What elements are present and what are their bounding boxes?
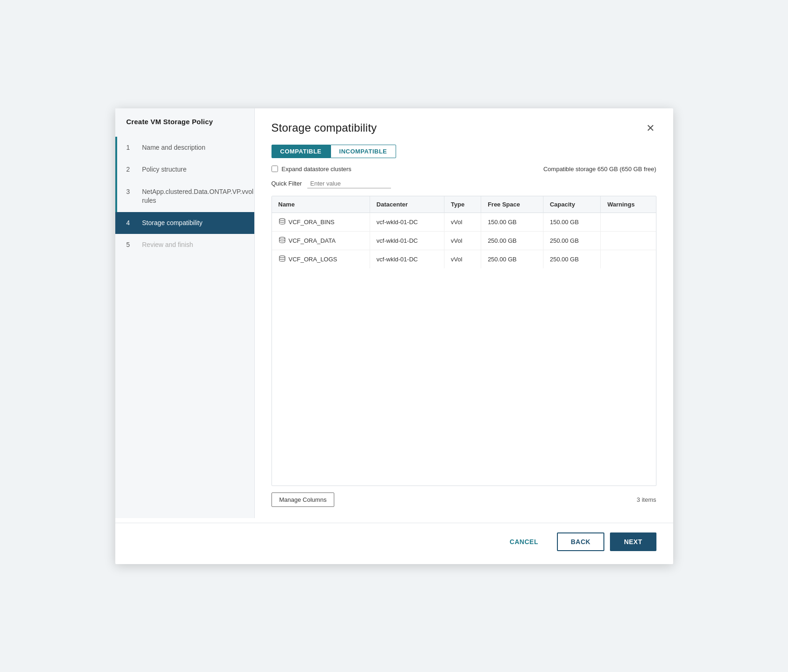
table-footer: Manage Columns 3 items bbox=[271, 491, 656, 509]
table-header-row: Name Datacenter Type Free Space Capacity… bbox=[272, 196, 656, 213]
cell-capacity: 250.00 GB bbox=[543, 231, 601, 250]
col-header-free-space: Free Space bbox=[481, 196, 543, 213]
cell-free-space: 250.00 GB bbox=[481, 231, 543, 250]
step-number-3: 3 bbox=[126, 188, 138, 195]
cell-free-space: 250.00 GB bbox=[481, 250, 543, 268]
step-item-3[interactable]: 3 NetApp.clustered.Data.ONTAP.VP.vvol ru… bbox=[115, 181, 254, 212]
section-title: Storage compatibility bbox=[271, 121, 377, 134]
cell-name: VCF_ORA_DATA bbox=[272, 231, 370, 250]
step-item-5: 5 Review and finish bbox=[115, 234, 254, 256]
step-item-4[interactable]: 4 Storage compatibility bbox=[115, 212, 254, 234]
expand-datastore-checkbox-label[interactable]: Expand datastore clusters bbox=[271, 166, 351, 173]
cancel-button[interactable]: CANCEL bbox=[497, 532, 551, 551]
expand-datastore-label: Expand datastore clusters bbox=[282, 166, 351, 173]
create-vm-storage-policy-modal: Create VM Storage Policy 1 Name and desc… bbox=[115, 108, 673, 564]
database-icon bbox=[278, 255, 286, 264]
step-label-2: Policy structure bbox=[142, 165, 187, 174]
step-number-4: 4 bbox=[126, 219, 138, 226]
storage-table-container: Name Datacenter Type Free Space Capacity… bbox=[271, 196, 656, 486]
col-header-name: Name bbox=[272, 196, 370, 213]
step-label-4: Storage compatibility bbox=[142, 219, 203, 228]
storage-table: Name Datacenter Type Free Space Capacity… bbox=[272, 196, 656, 268]
step-list: 1 Name and description 2 Policy structur… bbox=[115, 137, 254, 257]
cell-name: VCF_ORA_LOGS bbox=[272, 250, 370, 268]
cell-warnings bbox=[601, 250, 656, 268]
quick-filter-label: Quick Filter bbox=[271, 180, 302, 187]
modal-footer: CANCEL BACK NEXT bbox=[115, 523, 673, 564]
cell-warnings bbox=[601, 231, 656, 250]
cell-warnings bbox=[601, 213, 656, 231]
step-number-1: 1 bbox=[126, 144, 138, 151]
step-number-2: 2 bbox=[126, 166, 138, 173]
content-area: Storage compatibility ✕ COMPATIBLE INCOM… bbox=[255, 108, 673, 518]
step-item-2[interactable]: 2 Policy structure bbox=[115, 159, 254, 181]
close-button[interactable]: ✕ bbox=[644, 121, 656, 135]
back-button[interactable]: BACK bbox=[557, 532, 604, 551]
quick-filter-row: Quick Filter bbox=[271, 179, 656, 188]
col-header-type: Type bbox=[444, 196, 481, 213]
cell-type: vVol bbox=[444, 213, 481, 231]
compatible-storage-text: Compatible storage 650 GB (650 GB free) bbox=[543, 166, 656, 173]
tab-row: COMPATIBLE INCOMPATIBLE bbox=[271, 145, 656, 158]
table-row[interactable]: VCF_ORA_DATA vcf-wkld-01-DC vVol 250.00 … bbox=[272, 231, 656, 250]
cell-type: vVol bbox=[444, 250, 481, 268]
filter-compat-row: Expand datastore clusters Compatible sto… bbox=[271, 166, 656, 173]
step-label-3: NetApp.clustered.Data.ONTAP.VP.vvol rule… bbox=[142, 187, 254, 206]
cell-free-space: 150.00 GB bbox=[481, 213, 543, 231]
items-count: 3 items bbox=[637, 496, 656, 503]
expand-datastore-checkbox[interactable] bbox=[271, 166, 278, 172]
next-button[interactable]: NEXT bbox=[610, 532, 656, 551]
table-row[interactable]: VCF_ORA_BINS vcf-wkld-01-DC vVol 150.00 … bbox=[272, 213, 656, 231]
cell-datacenter: vcf-wkld-01-DC bbox=[370, 250, 444, 268]
col-header-capacity: Capacity bbox=[543, 196, 601, 213]
tab-incompatible[interactable]: INCOMPATIBLE bbox=[331, 145, 396, 158]
quick-filter-input[interactable] bbox=[307, 179, 391, 188]
tab-compatible[interactable]: COMPATIBLE bbox=[271, 145, 331, 158]
database-icon bbox=[278, 236, 286, 245]
cell-capacity: 250.00 GB bbox=[543, 250, 601, 268]
sidebar-title: Create VM Storage Policy bbox=[115, 118, 254, 137]
cell-datacenter: vcf-wkld-01-DC bbox=[370, 231, 444, 250]
step-item-1[interactable]: 1 Name and description bbox=[115, 137, 254, 159]
manage-columns-button[interactable]: Manage Columns bbox=[271, 492, 335, 507]
step-label-1: Name and description bbox=[142, 143, 205, 153]
database-icon bbox=[278, 218, 286, 226]
cell-datacenter: vcf-wkld-01-DC bbox=[370, 213, 444, 231]
svg-point-2 bbox=[279, 255, 285, 257]
sidebar: Create VM Storage Policy 1 Name and desc… bbox=[115, 108, 255, 518]
table-row[interactable]: VCF_ORA_LOGS vcf-wkld-01-DC vVol 250.00 … bbox=[272, 250, 656, 268]
step-number-5: 5 bbox=[126, 241, 138, 248]
svg-point-0 bbox=[279, 218, 285, 220]
cell-name: VCF_ORA_BINS bbox=[272, 213, 370, 231]
svg-point-1 bbox=[279, 237, 285, 239]
col-header-warnings: Warnings bbox=[601, 196, 656, 213]
step-label-5: Review and finish bbox=[142, 240, 193, 250]
cell-capacity: 150.00 GB bbox=[543, 213, 601, 231]
cell-type: vVol bbox=[444, 231, 481, 250]
col-header-datacenter: Datacenter bbox=[370, 196, 444, 213]
